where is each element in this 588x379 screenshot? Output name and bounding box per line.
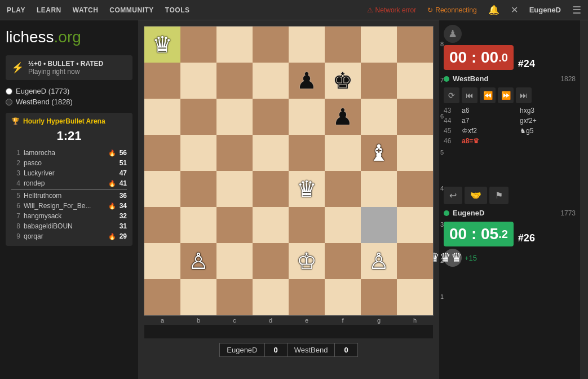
score-white-val: 0 (265, 343, 288, 356)
square-a4[interactable] (144, 171, 180, 207)
skip-start-btn[interactable]: ⏮ (462, 87, 478, 103)
leaderboard-row: 5 Helltruthcom 36 (11, 191, 127, 201)
square-e5[interactable] (289, 135, 325, 171)
square-a3[interactable] (144, 207, 180, 243)
square-h1[interactable] (397, 279, 433, 315)
square-b1[interactable] (180, 279, 216, 315)
reconnecting-badge: ↻ Reconnecting (427, 6, 476, 14)
square-d3[interactable] (253, 207, 289, 243)
square-h4[interactable] (397, 171, 433, 207)
skip-end-btn[interactable]: ⏭ (516, 87, 532, 103)
square-c8[interactable] (216, 27, 253, 63)
square-g4[interactable] (361, 171, 397, 207)
square-h3[interactable] (397, 207, 433, 243)
score-black-val: 0 (335, 343, 357, 356)
square-e2[interactable]: ♔ (289, 243, 325, 279)
close-icon[interactable]: ✕ (511, 5, 518, 15)
square-d5[interactable] (253, 135, 289, 171)
square-a5[interactable] (144, 135, 180, 171)
logo-tld: .org (54, 28, 81, 46)
square-b6[interactable] (180, 99, 216, 135)
square-g1[interactable] (361, 279, 397, 315)
square-d2[interactable] (253, 243, 289, 279)
square-a1[interactable] (144, 279, 180, 315)
square-e3[interactable] (289, 207, 325, 243)
action-buttons: ↩ 🤝 ⚑ (444, 184, 576, 206)
square-d4[interactable] (253, 171, 289, 207)
nav-play[interactable]: PLAY (7, 6, 25, 14)
square-e6[interactable] (289, 99, 325, 135)
square-g3[interactable] (361, 207, 397, 243)
square-b4[interactable] (180, 171, 216, 207)
step-back-btn[interactable]: ⏪ (480, 87, 496, 103)
nav-learn[interactable]: LEARN (37, 6, 61, 14)
move-row-46: 46 a8=♛ (444, 136, 576, 146)
square-c3[interactable] (216, 207, 253, 243)
arena-timer: 1:21 (11, 129, 127, 143)
square-d8[interactable] (253, 27, 289, 63)
hamburger-icon[interactable]: ☰ (572, 4, 581, 16)
fire-icon: 🔥 (108, 233, 116, 240)
square-c4[interactable] (216, 171, 253, 207)
square-e1[interactable] (289, 279, 325, 315)
square-c7[interactable] (216, 63, 253, 99)
square-f3[interactable] (325, 207, 361, 243)
handshake-btn[interactable]: 🤝 (465, 187, 487, 204)
sidebar: lichess.org ⚡ ½+0 • BULLET • RATED Playi… (0, 20, 138, 379)
black-player-info: WestBend 1828 (444, 72, 576, 85)
square-h2[interactable] (397, 243, 433, 279)
piece: ♙ (188, 250, 209, 272)
square-a2[interactable] (144, 243, 180, 279)
chess-board[interactable]: ♛♟♚♟♝♛♙♔♙ (144, 26, 434, 316)
square-b7[interactable] (180, 63, 216, 99)
arena-title: 🏆 Hourly HyperBullet Arena (11, 117, 127, 125)
square-e7[interactable]: ♟ (289, 63, 325, 99)
square-f5[interactable] (325, 135, 361, 171)
square-a6[interactable] (144, 99, 180, 135)
square-g5[interactable]: ♝ (361, 135, 397, 171)
square-f4[interactable] (325, 171, 361, 207)
square-a8[interactable]: ♛ (144, 27, 180, 63)
square-f6[interactable]: ♟ (325, 99, 361, 135)
leaderboard-row: 6 Will_Resign_For_Be... 🔥 34 (11, 201, 127, 211)
square-c5[interactable] (216, 135, 253, 171)
square-c1[interactable] (216, 279, 253, 315)
square-a7[interactable] (144, 63, 180, 99)
black-dot (6, 99, 12, 105)
square-d7[interactable] (253, 63, 289, 99)
reload-btn[interactable]: ⟳ (444, 87, 459, 103)
square-h8[interactable] (397, 27, 433, 63)
piece: ♔ (297, 250, 317, 272)
nav-tools[interactable]: TOOLS (165, 6, 190, 14)
square-e4[interactable]: ♛ (289, 171, 325, 207)
square-b5[interactable] (180, 135, 216, 171)
flag-btn[interactable]: ⚑ (489, 187, 509, 204)
step-forward-btn[interactable]: ⏩ (498, 87, 514, 103)
nav-watch[interactable]: WATCH (73, 6, 99, 14)
square-g7[interactable] (361, 63, 397, 99)
bell-icon[interactable]: 🔔 (488, 5, 499, 15)
white-player-info: EugeneD 1773 (444, 206, 576, 219)
square-b2[interactable]: ♙ (180, 243, 216, 279)
square-g6[interactable] (361, 99, 397, 135)
square-f8[interactable] (325, 27, 361, 63)
undo-btn[interactable]: ↩ (444, 187, 462, 204)
square-b3[interactable] (180, 207, 216, 243)
square-c2[interactable] (216, 243, 253, 279)
square-h5[interactable] (397, 135, 433, 171)
square-g2[interactable]: ♙ (361, 243, 397, 279)
square-g8[interactable] (361, 27, 397, 63)
game-mode-title: ½+0 • BULLET • RATED (28, 60, 103, 68)
square-h6[interactable] (397, 99, 433, 135)
square-d6[interactable] (253, 99, 289, 135)
square-b8[interactable] (180, 27, 216, 63)
square-f7[interactable]: ♚ (325, 63, 361, 99)
square-c6[interactable] (216, 99, 253, 135)
square-h7[interactable] (397, 63, 433, 99)
square-d1[interactable] (253, 279, 289, 315)
nav-community[interactable]: COMMUNITY (109, 6, 154, 14)
square-f2[interactable] (325, 243, 361, 279)
move-row-44: 44 a7 gxf2+ (444, 116, 576, 126)
square-e8[interactable] (289, 27, 325, 63)
square-f1[interactable] (325, 279, 361, 315)
